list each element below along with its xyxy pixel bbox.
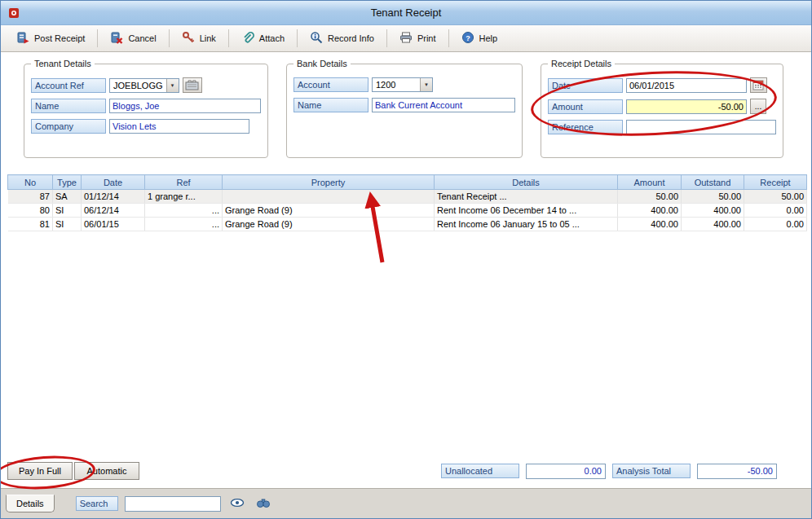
company-label: Company (31, 119, 106, 134)
transactions-table: NoTypeDateRefPropertyDetailsAmountOutsta… (7, 174, 805, 231)
amount-input[interactable] (626, 99, 747, 114)
post-receipt-button[interactable]: Post Receipt (7, 27, 94, 50)
unallocated-value: 0.00 (526, 464, 606, 479)
toolbar-button-label: Print (417, 33, 436, 43)
tenant-details-group: Tenant Details Account Ref JOEBLOGG ▼ Na… (24, 59, 268, 158)
allocation-footer: Pay In Full Automatic Unallocated 0.00 A… (7, 462, 777, 480)
card-index-button[interactable] (183, 77, 202, 93)
column-header-no[interactable]: No (8, 175, 53, 190)
cancel-button[interactable]: Cancel (101, 27, 165, 50)
table-cell: 87 (8, 190, 53, 204)
column-header-outstand[interactable]: Outstand (682, 175, 744, 190)
card-index-icon (185, 79, 200, 92)
table-cell: 400.00 (682, 218, 744, 231)
toolbar-separator (386, 29, 387, 47)
statusbar: Details Search (1, 488, 811, 518)
print-icon (399, 31, 413, 46)
window-title: Tenant Receipt (371, 7, 442, 19)
toolbar-separator (169, 29, 170, 47)
binoculars-button[interactable] (254, 494, 273, 513)
view-button[interactable] (227, 494, 247, 513)
column-header-receipt[interactable]: Receipt (744, 175, 807, 190)
unallocated-label: Unallocated (441, 464, 519, 478)
reference-input[interactable] (626, 120, 776, 134)
amount-browse-button[interactable]: ... (750, 99, 766, 114)
post-receipt-icon (16, 31, 29, 46)
table-cell: 400.00 (618, 218, 682, 231)
table-body: 87SA01/12/141 grange r...Tenant Receipt … (8, 190, 807, 231)
eye-icon (230, 497, 245, 511)
toolbar-button-label: Attach (259, 33, 285, 43)
attach-button[interactable]: Attach (232, 27, 293, 50)
totals: Unallocated 0.00 Analysis Total -50.00 (441, 464, 777, 479)
tenant-receipt-window: Tenant Receipt Post Receipt Cancel Link … (0, 0, 812, 519)
table-cell: 81 (8, 218, 53, 231)
table-row[interactable]: 80SI06/12/14...Grange Road (9)Rent Incom… (8, 204, 807, 218)
table-cell: Grange Road (9) (223, 218, 435, 231)
chevron-down-icon: ▼ (170, 83, 175, 88)
date-input[interactable] (626, 78, 747, 93)
print-button[interactable]: Print (391, 27, 445, 50)
account-ref-combo[interactable]: JOEBLOGG ▼ (109, 78, 179, 93)
titlebar: Tenant Receipt (1, 1, 811, 25)
link-button[interactable]: Link (173, 27, 225, 50)
search-label: Search (76, 496, 118, 511)
table-cell: 50.00 (618, 190, 682, 204)
record-info-icon (310, 31, 323, 46)
table-cell: 400.00 (618, 204, 682, 218)
table-cell: Grange Road (9) (223, 204, 435, 218)
toolbar-separator (97, 29, 98, 47)
table-cell: Rent Income 06 January 15 to 05 ... (435, 218, 618, 231)
receipt-details-group: Receipt Details Date Amount ... Referenc… (541, 59, 783, 158)
column-header-details[interactable]: Details (435, 175, 618, 190)
search-input[interactable] (125, 496, 221, 512)
record-info-button[interactable]: Record Info (301, 27, 383, 50)
toolbar: Post Receipt Cancel Link Attach Record I… (1, 25, 811, 52)
column-header-property[interactable]: Property (223, 175, 435, 190)
tenant-name-input[interactable] (109, 99, 261, 113)
amount-label: Amount (548, 99, 623, 114)
toolbar-button-label: Cancel (128, 33, 156, 43)
tenant-name-label: Name (31, 99, 106, 113)
table-cell: 0.00 (744, 218, 807, 231)
table-cell: 06/01/15 (82, 218, 145, 231)
bank-details-title: Bank Details (293, 59, 351, 68)
toolbar-button-label: Link (200, 33, 216, 43)
table-cell: ... (145, 218, 223, 231)
bank-account-combo[interactable]: 1200 ▼ (372, 77, 433, 92)
column-header-amount[interactable]: Amount (618, 175, 682, 190)
help-button[interactable]: ? Help (452, 27, 507, 50)
date-label: Date (548, 78, 623, 93)
toolbar-button-label: Post Receipt (34, 33, 85, 43)
calendar-button[interactable] (750, 77, 767, 93)
pay-in-full-button[interactable]: Pay In Full (7, 462, 73, 480)
table-cell: 50.00 (682, 190, 744, 204)
column-header-date[interactable]: Date (82, 175, 145, 190)
company-input[interactable] (109, 119, 249, 134)
column-header-ref[interactable]: Ref (145, 175, 223, 190)
table-cell: 80 (8, 204, 53, 218)
table-cell: 01/12/14 (82, 190, 145, 204)
binoculars-icon (256, 497, 271, 511)
toolbar-button-label: Record Info (328, 33, 374, 43)
tab-details[interactable]: Details (6, 495, 55, 512)
analysis-total-value: -50.00 (697, 464, 777, 479)
table-row[interactable]: 87SA01/12/141 grange r...Tenant Receipt … (8, 190, 807, 204)
table-cell: ... (145, 204, 223, 218)
table-cell: 1 grange r... (145, 190, 223, 204)
chevron-down-icon: ▼ (424, 82, 429, 87)
table-row[interactable]: 81SI06/01/15...Grange Road (9)Rent Incom… (8, 218, 807, 231)
account-ref-dropdown-button[interactable]: ▼ (166, 79, 179, 92)
bank-account-label: Account (293, 77, 368, 92)
table-cell: SI (53, 204, 82, 218)
table-cell: 50.00 (744, 190, 807, 204)
bank-account-dropdown-button[interactable]: ▼ (420, 78, 432, 91)
toolbar-separator (228, 29, 229, 47)
account-ref-value: JOEBLOGG (110, 79, 166, 92)
automatic-button[interactable]: Automatic (74, 462, 139, 480)
column-header-type[interactable]: Type (53, 175, 82, 190)
table-cell: Tenant Receipt ... (435, 190, 618, 204)
bank-name-input[interactable] (372, 98, 515, 112)
toolbar-separator (297, 29, 298, 47)
table-cell (223, 190, 435, 204)
